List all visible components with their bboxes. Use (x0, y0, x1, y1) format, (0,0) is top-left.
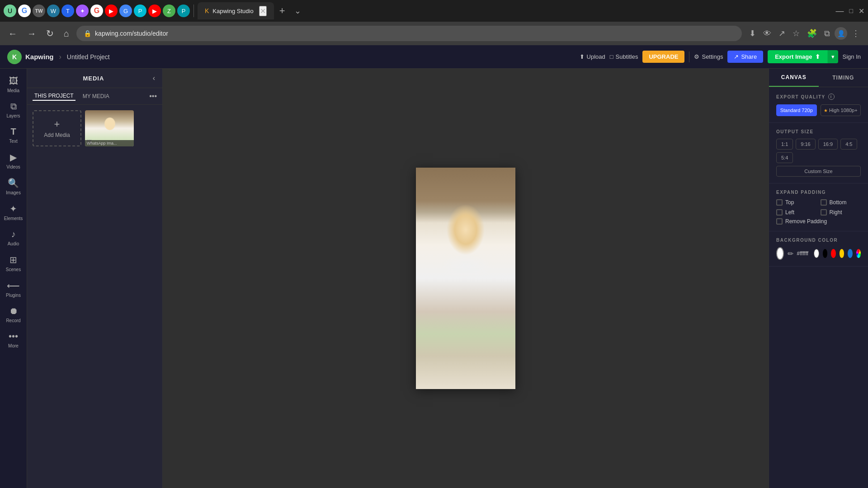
color-red[interactable] (831, 249, 835, 258)
color-yellow[interactable] (840, 249, 844, 258)
padding-right-option[interactable]: Right (821, 209, 861, 216)
share-icon: ↗ (734, 53, 739, 60)
favicon-tw[interactable]: TW (33, 5, 45, 17)
media-collapse-button[interactable]: ‹ (153, 74, 155, 82)
download-icon[interactable]: ⬇ (746, 27, 759, 40)
sidebar-item-more[interactable]: ••• More (0, 328, 27, 352)
size-5-4-button[interactable]: 5:4 (776, 152, 793, 163)
color-picker-icon[interactable] (856, 249, 861, 258)
app-header: K Kapwing › Untitled Project ⬆ Upload □ … (0, 45, 868, 69)
sidebar-item-videos[interactable]: ▶ Videos (0, 148, 27, 173)
padding-bottom-checkbox[interactable] (821, 199, 827, 206)
upload-button[interactable]: ⬆ Upload (580, 53, 605, 60)
sidebar-item-audio[interactable]: ♪ Audio (0, 225, 27, 250)
user-avatar[interactable]: 👤 (835, 27, 847, 40)
export-quality-info-icon[interactable]: i (828, 94, 835, 100)
size-1-1-button[interactable]: 1:1 (776, 139, 793, 150)
upgrade-button[interactable]: UPGRADE (642, 51, 684, 63)
size-4-5-button[interactable]: 4:5 (840, 139, 857, 150)
active-tab[interactable]: K Kapwing Studio ✕ (198, 2, 274, 19)
home-button[interactable]: ⌂ (61, 27, 72, 41)
quality-high-button[interactable]: ★ High 1080p+ (821, 104, 861, 116)
size-16-9-button[interactable]: 16:9 (818, 139, 838, 150)
favicon-youtube1[interactable]: ▶ (105, 5, 118, 17)
tab-canvas[interactable]: CANVAS (769, 69, 819, 87)
app: K Kapwing › Untitled Project ⬆ Upload □ … (0, 45, 868, 488)
sidebar-item-images[interactable]: 🔍 Images (0, 174, 27, 199)
color-blue[interactable] (848, 249, 852, 258)
remove-padding-checkbox[interactable] (776, 218, 783, 225)
new-tab-button[interactable]: + (276, 5, 289, 17)
remove-padding-row[interactable]: Remove Padding (776, 218, 861, 225)
favicon-youtube2[interactable]: ▶ (148, 5, 161, 17)
upload-icon: ⬆ (580, 53, 585, 60)
favicon-upwork[interactable]: U (4, 5, 16, 17)
sidebar-item-record[interactable]: ⏺ Record (0, 302, 27, 327)
favicon-wp[interactable]: W (47, 5, 60, 17)
share-button[interactable]: ↗ Share (727, 51, 763, 63)
export-dropdown-button[interactable]: ▾ (827, 50, 838, 63)
quality-standard-button[interactable]: Standard 720p (776, 104, 817, 116)
padding-top-checkbox[interactable] (776, 199, 783, 206)
plugins-icon: ⟵ (7, 280, 20, 291)
size-9-16-button[interactable]: 9:16 (796, 139, 815, 150)
sidebar-item-elements[interactable]: ✦ Elements (0, 200, 27, 225)
eye-icon[interactable]: 👁 (760, 27, 774, 40)
media-panel: MEDIA ‹ THIS PROJECT MY MEDIA ••• + Add … (27, 69, 163, 488)
export-upload-icon: ⬆ (815, 53, 820, 60)
logo-icon: K (7, 50, 22, 64)
favicon-google3[interactable]: G (119, 5, 132, 17)
padding-left-checkbox[interactable] (776, 209, 783, 216)
forward-button[interactable]: → (24, 27, 39, 41)
bg-color-swatch[interactable] (776, 247, 784, 260)
sidebar-item-text[interactable]: T Text (0, 123, 27, 147)
subtitles-button[interactable]: □ Subtitles (610, 53, 638, 60)
color-black[interactable] (823, 249, 827, 258)
export-main-button[interactable]: Export Image ⬆ (768, 50, 827, 63)
tab-timing[interactable]: TIMING (819, 69, 868, 87)
sidebar-item-media[interactable]: 🖼 Media (0, 72, 27, 97)
padding-left-option[interactable]: Left (776, 209, 817, 216)
favicon-z[interactable]: Z (163, 5, 175, 17)
favicon-google2[interactable]: G (90, 5, 103, 17)
tab-bar: U G TW W T ✦ G ▶ G P ▶ Z P K Kapwing Stu… (0, 0, 868, 22)
canvas-area[interactable] (163, 69, 769, 488)
signin-button[interactable]: Sign In (843, 53, 861, 60)
tab-overflow-arrow[interactable]: ⌄ (294, 6, 301, 16)
toolbar-icons: ⬇ 👁 ↗ ☆ 🧩 ⧉ 👤 ⋮ (746, 27, 863, 40)
padding-bottom-option[interactable]: Bottom (821, 199, 861, 206)
pencil-icon[interactable]: ✏ (788, 249, 793, 258)
padding-top-option[interactable]: Top (776, 199, 817, 206)
add-media-button[interactable]: + Add Media (33, 110, 81, 146)
star-icon[interactable]: ☆ (790, 27, 802, 40)
favicon-paws[interactable]: P (134, 5, 146, 17)
favicon-tv[interactable]: T (61, 5, 74, 17)
address-input[interactable]: 🔒 kapwing.com/studio/editor (76, 26, 742, 41)
settings-button[interactable]: ⚙ Settings (694, 53, 723, 60)
menu-icon[interactable]: ⋮ (849, 27, 863, 40)
media-more-button[interactable]: ••• (149, 92, 157, 100)
favicon-google1[interactable]: G (18, 5, 31, 17)
refresh-button[interactable]: ↻ (43, 26, 57, 41)
profile-split-icon[interactable]: ⧉ (821, 27, 833, 40)
project-name[interactable]: Untitled Project (67, 53, 110, 61)
custom-size-button[interactable]: Custom Size (776, 166, 861, 177)
media-thumbnail-0[interactable]: 🖼 WhatsApp Ima... (85, 110, 134, 146)
color-white[interactable] (814, 249, 819, 258)
tab-my-media[interactable]: MY MEDIA (81, 92, 111, 100)
favicon-figma[interactable]: ✦ (76, 5, 89, 17)
minimize-icon[interactable]: — (836, 6, 844, 16)
share-icon[interactable]: ↗ (776, 27, 788, 40)
close-icon[interactable]: ✕ (859, 7, 864, 15)
back-button[interactable]: ← (5, 27, 20, 41)
padding-right-checkbox[interactable] (821, 209, 827, 216)
media-panel-title: MEDIA (34, 75, 153, 82)
sidebar-item-layers[interactable]: ⧉ Layers (0, 98, 27, 122)
tab-close-button[interactable]: ✕ (259, 6, 267, 16)
tab-this-project[interactable]: THIS PROJECT (33, 92, 75, 101)
favicon-p[interactable]: P (177, 5, 190, 17)
sidebar-item-scenes[interactable]: ⊞ Scenes (0, 251, 27, 276)
maximize-icon[interactable]: □ (849, 7, 853, 14)
sidebar-item-plugins[interactable]: ⟵ Plugins (0, 277, 27, 301)
extensions-icon[interactable]: 🧩 (804, 27, 820, 40)
